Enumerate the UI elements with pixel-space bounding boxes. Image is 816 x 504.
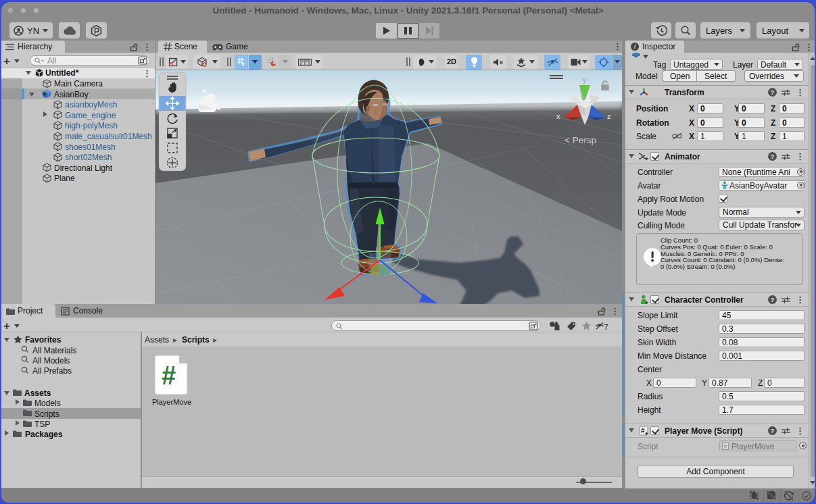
svg-text:x: x <box>556 112 560 120</box>
svg-text:y: y <box>583 76 587 84</box>
svg-text:z: z <box>607 112 611 120</box>
svg-text:Y: Y <box>241 61 245 67</box>
svg-text:#: # <box>162 361 176 390</box>
svg-text:< Persp: < Persp <box>565 135 596 145</box>
svg-text:#: # <box>641 427 645 434</box>
svg-text:7: 7 <box>604 323 608 331</box>
